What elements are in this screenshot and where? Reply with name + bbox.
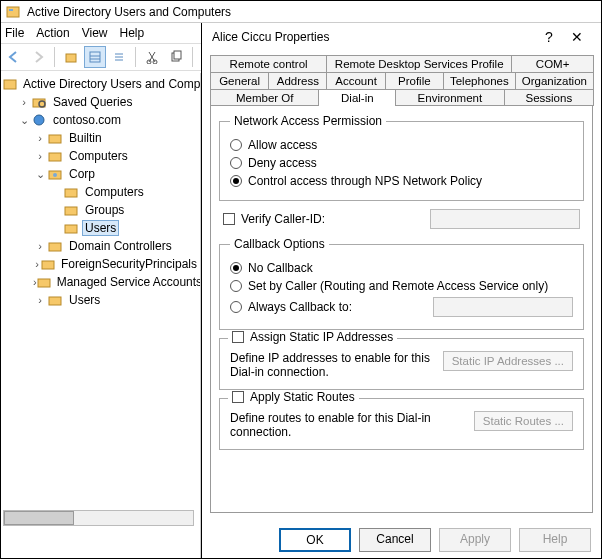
folder-icon xyxy=(47,148,63,164)
expand-icon[interactable]: › xyxy=(33,294,47,306)
radio-no-callback[interactable]: No Callback xyxy=(230,261,573,275)
svg-rect-1 xyxy=(9,9,13,11)
tab-environment[interactable]: Environment xyxy=(395,89,504,106)
aduc-icon xyxy=(3,76,17,92)
collapse-icon[interactable]: ⌄ xyxy=(33,168,47,181)
svg-rect-30 xyxy=(49,297,61,305)
apply-button[interactable]: Apply xyxy=(439,528,511,552)
tab-dial-in[interactable]: Dial-in xyxy=(318,89,396,106)
list-icon[interactable] xyxy=(108,46,130,68)
menu-file[interactable]: File xyxy=(5,26,24,40)
properties-dialog: Alice Ciccu Properties ? ✕ Remote contro… xyxy=(201,23,601,558)
radio-set-by-caller[interactable]: Set by Caller (Routing and Remote Access… xyxy=(230,279,573,293)
tree-root[interactable]: Active Directory Users and Computers xyxy=(3,75,200,93)
svg-rect-26 xyxy=(65,225,77,233)
expand-icon[interactable]: › xyxy=(33,240,47,252)
tab-body-dial-in: Network Access Permission Allow access D… xyxy=(210,105,593,513)
radio-icon xyxy=(230,280,242,292)
tab-sessions[interactable]: Sessions xyxy=(504,89,594,106)
tree-corp-users[interactable]: Users xyxy=(3,219,200,237)
checkbox-static-ip[interactable] xyxy=(232,331,244,343)
ou-icon xyxy=(47,166,63,182)
group-callback: Callback Options No Callback Set by Call… xyxy=(219,237,584,330)
tab-general[interactable]: General xyxy=(210,72,269,89)
svg-rect-29 xyxy=(38,279,50,287)
folder-icon xyxy=(41,256,55,272)
legend-callback: Callback Options xyxy=(230,237,329,251)
tree-corp-computers[interactable]: Computers xyxy=(3,183,200,201)
copy-icon[interactable] xyxy=(165,46,187,68)
folder-icon xyxy=(31,94,47,110)
tree-domain[interactable]: ⌄ contoso.com xyxy=(3,111,200,129)
group-static-ip: Assign Static IP Addresses Define IP add… xyxy=(219,338,584,390)
svg-rect-16 xyxy=(4,80,16,89)
svg-rect-3 xyxy=(90,52,100,62)
expand-icon[interactable]: › xyxy=(33,132,47,144)
tree-fsp[interactable]: › ForeignSecurityPrincipals xyxy=(3,255,200,273)
radio-always-callback[interactable]: Always Callback to: xyxy=(230,297,573,317)
dialog-title: Alice Ciccu Properties xyxy=(212,30,535,44)
radio-icon xyxy=(230,139,242,151)
radio-deny-access[interactable]: Deny access xyxy=(230,156,573,170)
domain-icon xyxy=(31,112,47,128)
menu-view[interactable]: View xyxy=(82,26,108,40)
hint-static-routes: Define routes to enable for this Dial-in… xyxy=(230,411,450,439)
tab-member-of[interactable]: Member Of xyxy=(210,89,319,106)
tab-account[interactable]: Account xyxy=(326,72,385,89)
cancel-button[interactable]: Cancel xyxy=(359,528,431,552)
dialog-titlebar: Alice Ciccu Properties ? ✕ xyxy=(202,23,601,51)
cut-icon[interactable] xyxy=(141,46,163,68)
group-network-access: Network Access Permission Allow access D… xyxy=(219,114,584,201)
tree-computers[interactable]: › Computers xyxy=(3,147,200,165)
app-icon xyxy=(5,4,21,20)
tab-organization[interactable]: Organization xyxy=(515,72,594,89)
tree-saved-queries[interactable]: › Saved Queries xyxy=(3,93,200,111)
tab-telephones[interactable]: Telephones xyxy=(443,72,516,89)
svg-rect-0 xyxy=(7,7,19,17)
svg-rect-25 xyxy=(65,207,77,215)
details-icon[interactable] xyxy=(84,46,106,68)
help-icon[interactable]: ? xyxy=(535,29,563,45)
ou-icon xyxy=(47,238,63,254)
horizontal-scrollbar[interactable] xyxy=(3,510,194,526)
radio-allow-access[interactable]: Allow access xyxy=(230,138,573,152)
tree-builtin[interactable]: › Builtin xyxy=(3,129,200,147)
checkbox-verify-caller-id[interactable]: Verify Caller-ID: xyxy=(223,212,325,226)
radio-icon xyxy=(230,157,242,169)
svg-point-19 xyxy=(34,115,44,125)
tab-address[interactable]: Address xyxy=(268,72,327,89)
svg-rect-21 xyxy=(49,153,61,161)
tab-rds-profile[interactable]: Remote Desktop Services Profile xyxy=(326,55,512,72)
svg-rect-12 xyxy=(174,51,181,59)
radio-nps-policy[interactable]: Control access through NPS Network Polic… xyxy=(230,174,573,188)
svg-point-23 xyxy=(53,173,57,177)
expand-icon[interactable]: › xyxy=(17,96,31,108)
tree-corp-groups[interactable]: Groups xyxy=(3,201,200,219)
tree-panel: Active Directory Users and Computers › S… xyxy=(1,73,201,558)
checkbox-static-routes[interactable] xyxy=(232,391,244,403)
menu-action[interactable]: Action xyxy=(36,26,69,40)
window-title: Active Directory Users and Computers xyxy=(27,5,597,19)
back-icon[interactable] xyxy=(3,46,25,68)
input-callback-number xyxy=(433,297,573,317)
tab-com-plus[interactable]: COM+ xyxy=(511,55,594,72)
expand-icon[interactable]: › xyxy=(33,258,41,270)
close-icon[interactable]: ✕ xyxy=(563,29,591,45)
menu-help[interactable]: Help xyxy=(120,26,145,40)
tree-corp[interactable]: ⌄ Corp xyxy=(3,165,200,183)
ok-button[interactable]: OK xyxy=(279,528,351,552)
tree-users[interactable]: › Users xyxy=(3,291,200,309)
ou-icon xyxy=(63,184,79,200)
titlebar: Active Directory Users and Computers xyxy=(1,1,601,23)
main-window: Active Directory Users and Computers Fil… xyxy=(0,0,602,559)
tree-domain-controllers[interactable]: › Domain Controllers xyxy=(3,237,200,255)
up-icon[interactable] xyxy=(60,46,82,68)
help-button[interactable]: Help xyxy=(519,528,591,552)
forward-icon[interactable] xyxy=(27,46,49,68)
collapse-icon[interactable]: ⌄ xyxy=(17,114,31,127)
tree-msa[interactable]: › Managed Service Accounts xyxy=(3,273,200,291)
svg-rect-24 xyxy=(65,189,77,197)
expand-icon[interactable]: › xyxy=(33,150,47,162)
tab-profile[interactable]: Profile xyxy=(385,72,444,89)
tab-remote-control[interactable]: Remote control xyxy=(210,55,327,72)
